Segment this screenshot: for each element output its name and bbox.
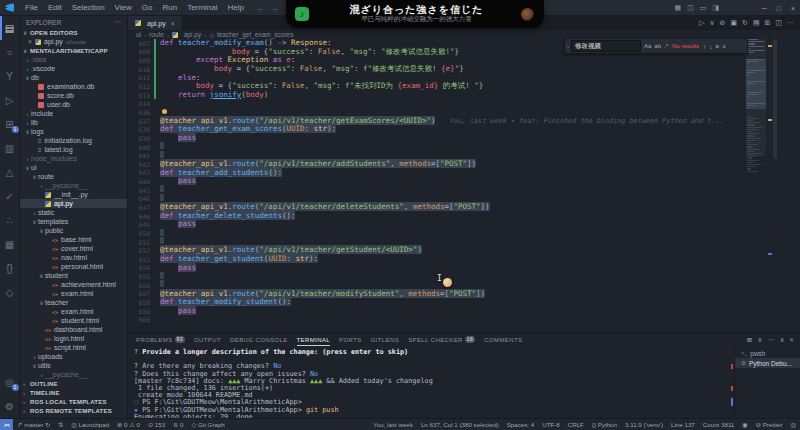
section-timeline[interactable]: ›TIMELINE [20, 388, 127, 397]
tree-item-node_modules[interactable]: ›node_modules [20, 154, 127, 163]
status-indentation[interactable]: Spaces: 4 [503, 419, 539, 430]
tree-item-personal.html[interactable]: <>personal.html [20, 262, 127, 271]
find-next-icon[interactable]: ↓ [709, 43, 712, 50]
open-editor-item[interactable]: ×api.pyui\route [20, 37, 127, 46]
panel-tab-terminal[interactable]: TERMINAL [297, 333, 331, 346]
find-option-.*[interactable]: .* [664, 43, 668, 49]
tree-item-__pycache__[interactable]: ›__pycache__ [20, 181, 127, 190]
status-git-graph[interactable]: ◇ Git Graph [187, 419, 228, 430]
code-editor[interactable]: 607def teacher_modify_exam() -> Response… [128, 39, 744, 332]
activity-explorer-icon[interactable]: ▤ [0, 16, 20, 40]
panel-action-icon[interactable]: ∨ [758, 336, 763, 344]
menu-help[interactable]: Help [222, 3, 248, 12]
activity-remote-explorer-icon[interactable]: ▥ [0, 136, 20, 160]
activity-accounts-icon[interactable]: ◎1 [0, 370, 20, 394]
panel-tab-problems[interactable]: PROBLEMS93 [136, 333, 185, 346]
tree-item-score.db[interactable]: score.db [20, 91, 127, 100]
find-prev-icon[interactable]: ↑ [703, 43, 706, 50]
status-python-interpreter[interactable]: 3.11.9 ('venv') [621, 419, 667, 430]
maximize-icon[interactable]: □ [772, 5, 786, 12]
code-line-613[interactable]: 613return jsonify(body) [128, 91, 744, 100]
minimap-slider[interactable] [746, 39, 766, 157]
editor-action-icon[interactable]: ▣ [730, 19, 737, 27]
panel-action-icon[interactable]: ∧ [780, 336, 785, 344]
tree-item-student.html[interactable]: <>student.html [20, 316, 127, 325]
tree-item-login.html[interactable]: <>login.html [20, 334, 127, 343]
menu-go[interactable]: Go [137, 3, 158, 12]
status-gitlens-blame[interactable]: You, last week [369, 419, 417, 430]
panel-action-icon[interactable]: × [790, 336, 794, 344]
status-encoding[interactable]: UTF-8 [538, 419, 564, 430]
section-outline[interactable]: ›OUTLINE [20, 379, 127, 388]
menu-file[interactable]: File [20, 3, 43, 12]
layout-toggle-icon[interactable]: ◫ [684, 4, 697, 12]
code-line-640[interactable]: 640 [128, 143, 744, 152]
activity-extensions-icon[interactable]: ⊞1 [0, 112, 20, 136]
project-root-header[interactable]: ∨MENTALARITHMETICAPP [20, 46, 127, 55]
editor-action-icon[interactable]: ⊘ [720, 19, 726, 27]
editor-action-icon[interactable]: ▷ [699, 19, 704, 27]
terminal-output[interactable]: ? Provide a longer description of the ch… [128, 346, 734, 418]
nav-forward-icon[interactable]: → [270, 4, 278, 13]
code-line-658[interactable]: 658def teacher_modify_student(): [128, 298, 744, 307]
tab-api.py[interactable]: api.py× [128, 16, 183, 30]
tree-item-__pycache__[interactable]: ›__pycache__ [20, 370, 127, 379]
panel-tab-comments[interactable]: COMMENTS [484, 333, 522, 346]
editor-action-icon[interactable]: ▤ [753, 19, 760, 27]
activity-search-icon[interactable]: ○ [0, 40, 20, 64]
terminal-tab-pwsh[interactable]: >_pwsh [735, 348, 800, 358]
status-remote-indicator[interactable]: >< [0, 419, 13, 430]
find-close-icon[interactable]: × [722, 43, 726, 50]
code-line-643[interactable]: 643def teacher_add_students(): [128, 169, 744, 178]
tree-item-student[interactable]: ∨student [20, 271, 127, 280]
code-line-645[interactable]: 645 [128, 186, 744, 195]
status-spell-checker-count[interactable]: ⊙ 153 [144, 419, 169, 430]
panel-tab-spell-checker[interactable]: SPELL CHECKER18 [408, 333, 475, 346]
tree-item-route[interactable]: ∨route [20, 172, 127, 181]
tree-item-nav.html[interactable]: <>nav.html [20, 253, 127, 262]
code-line-659[interactable]: 659pass [128, 307, 744, 316]
tree-item-include[interactable]: ›include [20, 109, 127, 118]
section-ros-local-templates[interactable]: ›ROS LOCAL TEMPLATES [20, 397, 127, 406]
lightbulb-icon[interactable] [162, 109, 167, 114]
activity-run-debug-icon[interactable]: ▷ [0, 88, 20, 112]
panel-tab-gitlens[interactable]: GITLENS [371, 333, 399, 346]
panel-action-icon[interactable]: ⋯ [768, 336, 775, 344]
activity-paw-extension-icon[interactable]: ∴ [0, 208, 20, 232]
code-line-638[interactable]: 638def teacher_get_exam_scores(UUID: str… [128, 125, 744, 134]
editor-scrollbar[interactable] [773, 39, 777, 159]
status-gitlens-launchpad[interactable]: ◎ Launchpad [67, 419, 113, 430]
nav-back-icon[interactable]: ← [256, 4, 264, 13]
tree-item-.idea[interactable]: ›.idea [20, 55, 127, 64]
tree-item-utils[interactable]: ∨utils [20, 361, 127, 370]
tree-item-initialization.log[interactable]: ≡initialization.log [20, 136, 127, 145]
find-input[interactable]: 修改视频 [571, 40, 641, 52]
code-line-649[interactable]: 649pass [128, 220, 744, 229]
find-option-ab[interactable]: ab [654, 43, 661, 49]
status-git-branch[interactable]: ↱ master ↻ [13, 419, 54, 430]
status-extension-icon[interactable]: ◉ [738, 419, 751, 430]
editor-action-icon[interactable]: ⊞ [765, 19, 771, 27]
status-cursor-position[interactable]: Ln 637, Col 1 (380 selected) [417, 419, 503, 430]
panel-tab-debug-console[interactable]: DEBUG CONSOLE [230, 333, 288, 346]
tree-item-latest.log[interactable]: ≡latest.log [20, 145, 127, 154]
editor-action-icon[interactable]: ↻ [742, 19, 748, 27]
status-prettier-status[interactable]: ⊘ Prettier [752, 419, 787, 430]
code-line-650[interactable]: 650 [128, 229, 744, 238]
tree-item-public[interactable]: ∨public [20, 226, 127, 235]
tree-item-.vscode[interactable]: ›.vscode [20, 64, 127, 73]
terminal-tab-PythonDebu[interactable]: ⚙Python Debu... [735, 358, 800, 368]
tree-item-uploads[interactable]: ›uploads [20, 352, 127, 361]
editor-action-icon[interactable]: ⋯ [787, 19, 794, 27]
minimap[interactable] [746, 39, 766, 332]
status-problems-summary[interactable]: ⊗ 0 ⚠ 0 [113, 419, 144, 430]
tree-item-__init__.py[interactable]: __init__.py [20, 190, 127, 199]
status-ports-count[interactable]: ≋ 0 [169, 419, 187, 430]
tree-item-api.py[interactable]: api.py [20, 199, 127, 208]
menu-terminal[interactable]: Terminal [182, 3, 222, 12]
menu-view[interactable]: View [110, 3, 137, 12]
status-sync-changes[interactable]: ⇅ [54, 419, 67, 430]
layout-toggle-icon[interactable]: ▦ [672, 4, 685, 12]
activity-settings-icon[interactable]: ⚙ [0, 394, 20, 418]
open-editors-header[interactable]: ∨OPEN EDITORS [20, 28, 127, 37]
